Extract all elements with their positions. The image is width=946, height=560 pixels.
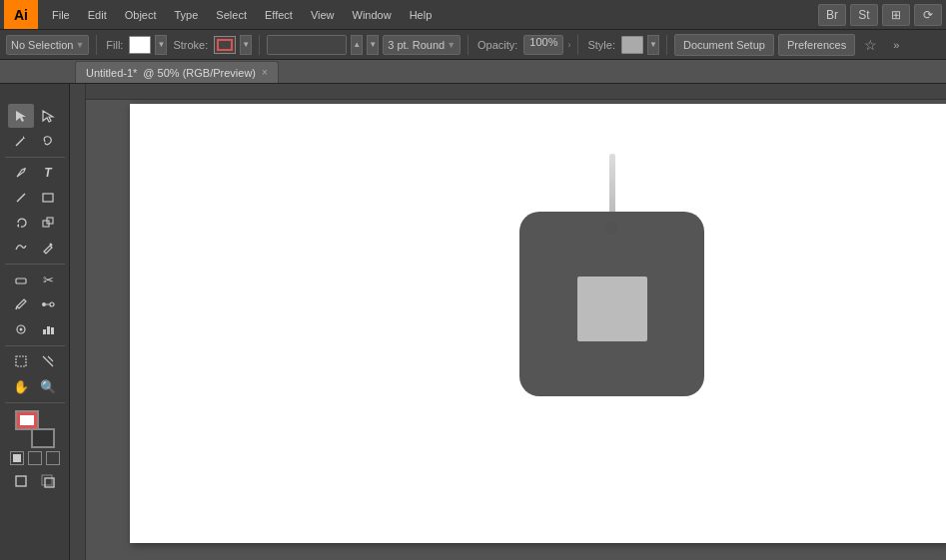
tool-row-2 [2,129,67,153]
separator-4 [577,35,578,55]
tool-row-10 [2,349,67,373]
menu-edit[interactable]: Edit [80,7,115,23]
stroke-indicator[interactable] [31,428,55,448]
menu-effect[interactable]: Effect [257,7,301,23]
eyedropper-tool[interactable] [8,292,34,316]
tool-row-9 [2,317,67,341]
pencil-tool[interactable] [35,236,61,260]
fill-color-swatch[interactable] [129,36,151,54]
svg-line-0 [16,139,23,146]
tool-separator-4 [5,402,65,403]
stroke-weight-down[interactable]: ▼ [367,35,379,55]
menu-select[interactable]: Select [208,7,255,23]
favorites-icon[interactable]: ☆ [859,34,881,56]
artboard-tool[interactable] [8,349,34,373]
menu-type[interactable]: Type [167,7,207,23]
rect-tool[interactable] [35,186,61,210]
slice-tool[interactable] [35,349,61,373]
scale-tool[interactable] [35,211,61,235]
rotate-tool[interactable] [8,211,34,235]
stroke-color-swatch[interactable] [214,36,236,54]
style-label: Style: [585,39,617,51]
svg-rect-19 [16,356,26,366]
tab-title: Untitled-1* [86,67,137,79]
tool-separator-3 [5,345,65,346]
menu-file[interactable]: File [44,7,78,23]
tool-separator-2 [5,264,65,265]
lasso-tool[interactable] [35,129,61,153]
color-mode-icons [10,451,60,465]
fill-dropdown-btn[interactable]: ▼ [155,35,167,55]
app-logo: Ai [4,0,38,29]
stroke-weight-up[interactable]: ▲ [351,35,363,55]
stroke-inner [217,39,233,51]
tool-row-11: ✋ 🔍 [2,374,67,398]
draw-behind-icon[interactable] [35,469,61,493]
separator-5 [666,35,667,55]
rotate-view-icon[interactable]: ⟳ [914,4,942,26]
fill-indicator[interactable] [15,410,39,430]
tag-square [577,277,647,341]
magic-wand-tool[interactable] [8,129,34,153]
pen-tool[interactable] [8,161,34,185]
svg-point-11 [42,302,46,306]
swap-colors-icon[interactable] [28,451,42,465]
stroke-weight-bar[interactable] [267,35,347,55]
svg-marker-1 [23,136,25,139]
shaper-tool[interactable] [8,236,34,260]
none-icon[interactable] [46,451,60,465]
color-controls [2,406,67,469]
top-app-icons: Br St ⊞ ⟳ [818,4,942,26]
stroke-style-dropdown[interactable]: 3 pt. Round ▼ [383,35,461,55]
separator-2 [259,35,260,55]
separator-3 [468,35,469,55]
symbol-sprayer-tool[interactable] [8,317,34,341]
zoom-tool[interactable]: 🔍 [35,374,61,398]
style-dropdown-btn[interactable]: ▼ [647,35,659,55]
menu-help[interactable]: Help [402,7,441,23]
tool-row-8 [2,292,67,316]
opacity-input[interactable]: 100% [523,35,563,55]
tool-row-7: ✂ [2,268,67,291]
scissors-tool[interactable]: ✂ [35,268,61,291]
ruler-left [70,84,86,560]
opacity-arrow[interactable]: › [567,40,570,50]
menu-object[interactable]: Object [117,7,165,23]
fill-label: Fill: [104,39,125,51]
default-colors-icon[interactable] [10,451,24,465]
document-setup-button[interactable]: Document Setup [674,34,774,56]
canvas-area[interactable] [70,84,946,560]
eraser-tool[interactable] [8,268,34,291]
svg-line-21 [48,356,53,361]
line-tool[interactable] [8,186,34,210]
separator-1 [96,35,97,55]
column-graph-tool[interactable] [35,317,61,341]
workspace-switcher[interactable]: ⊞ [882,4,910,26]
style-swatch[interactable] [621,36,643,54]
selection-selector[interactable]: No Selection ▼ [6,35,89,55]
type-tool[interactable]: T [35,161,61,185]
direct-selection-tool[interactable] [35,104,61,128]
document-tab[interactable]: Untitled-1* @ 50% (RGB/Preview) × [75,61,279,83]
tab-close-button[interactable]: × [262,67,268,78]
tool-row-4 [2,186,67,210]
preferences-button[interactable]: Preferences [778,34,855,56]
menu-items: File Edit Object Type Select Effect View… [44,7,818,23]
selection-arrow: ▼ [75,40,84,50]
blend-tool[interactable] [35,292,61,316]
menu-window[interactable]: Window [345,7,400,23]
opacity-label: Opacity: [475,39,519,51]
draw-normal-icon[interactable] [8,469,34,493]
hand-tool[interactable]: ✋ [8,374,34,398]
svg-line-8 [50,244,52,246]
stroke-dropdown-btn[interactable]: ▼ [240,35,252,55]
menu-view[interactable]: View [303,7,343,23]
svg-point-12 [50,302,54,306]
tag-stem [609,154,615,214]
tool-row-5 [2,211,67,235]
more-options-icon[interactable]: » [885,34,907,56]
selection-tool[interactable] [8,104,34,128]
stock-icon[interactable]: St [850,4,878,26]
svg-rect-16 [43,329,46,334]
bridge-icon[interactable]: Br [818,4,846,26]
